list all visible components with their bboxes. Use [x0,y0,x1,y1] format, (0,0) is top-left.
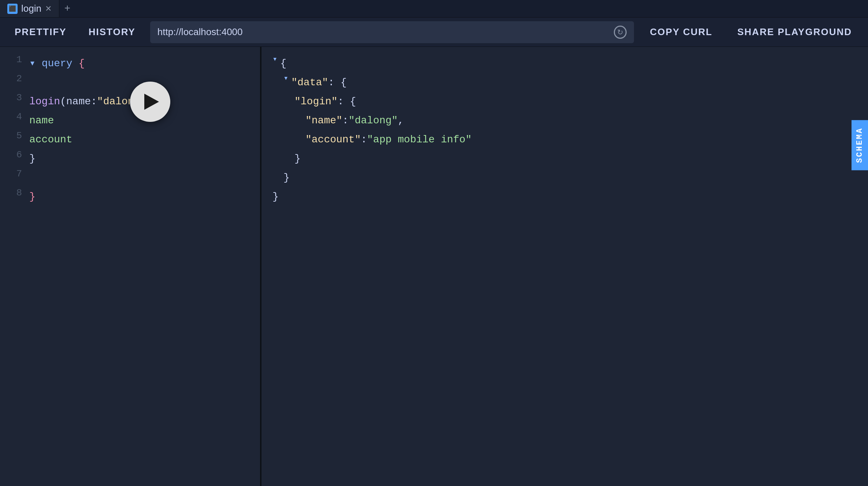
line-content: } [29,187,36,206]
tab-icon: ⬛ [7,4,18,14]
result-line: "login": { [261,92,868,111]
add-tab-button[interactable]: + [59,0,75,17]
result-lines: ▾{▾"data": {"login": {"name": "dalong","… [261,54,868,206]
editor-line: 5 account [0,130,260,149]
editor-pane[interactable]: 1▾ query {23 login(name:"dalong"){4 name… [0,47,260,486]
line-number: 2 [7,73,22,84]
play-button[interactable] [130,82,170,122]
result-line: "account": "app mobile info" [261,130,868,149]
url-input[interactable] [157,26,610,38]
editor-line: 7 [0,168,260,187]
line-number: 8 [7,187,22,198]
copy-curl-button[interactable]: COPY CURL [641,23,722,41]
share-playground-button[interactable]: SHARE PLAYGROUND [728,23,861,41]
collapse-arrow-icon[interactable]: ▾ [272,54,277,64]
result-line: } [261,168,868,187]
collapse-arrow-icon[interactable]: ▾ [283,73,288,83]
url-bar: ↻ [150,21,634,43]
line-content: name [29,111,54,130]
result-line: } [261,187,868,206]
editor-line: 1▾ query { [0,54,260,73]
tab-label: login [21,3,41,14]
line-number: 5 [7,130,22,141]
result-line: "name": "dalong", [261,111,868,130]
result-pane: ▾{▾"data": {"login": {"name": "dalong","… [261,47,868,486]
editor-lines: 1▾ query {23 login(name:"dalong"){4 name… [0,54,260,206]
line-number: 1 [7,54,22,65]
prettify-button[interactable]: PRETTIFY [7,23,74,41]
toolbar: PRETTIFY HISTORY ↻ COPY CURL SHARE PLAYG… [0,18,868,47]
main-area: 1▾ query {23 login(name:"dalong"){4 name… [0,47,868,486]
editor-line: 4 name [0,111,260,130]
editor-line: 6 } [0,149,260,168]
line-number: 6 [7,149,22,160]
tab-bar: ⬛ login ✕ + [0,0,868,18]
line-content: } [29,149,36,168]
refresh-icon[interactable]: ↻ [614,26,627,39]
result-line: } [261,149,868,168]
editor-line: 2 [0,73,260,92]
play-icon [144,94,159,110]
schema-button[interactable]: SCHEMA [852,120,868,170]
tab-close-icon[interactable]: ✕ [45,4,52,14]
tab-login[interactable]: ⬛ login ✕ [0,0,59,17]
line-number: 7 [7,168,22,179]
history-button[interactable]: HISTORY [81,23,143,41]
line-content: account [29,130,73,149]
line-number: 4 [7,111,22,122]
result-line: ▾{ [261,54,868,73]
result-line: ▾"data": { [261,73,868,92]
line-content: ▾ query { [29,54,85,73]
editor-line: 8} [0,187,260,206]
line-number: 3 [7,92,22,103]
